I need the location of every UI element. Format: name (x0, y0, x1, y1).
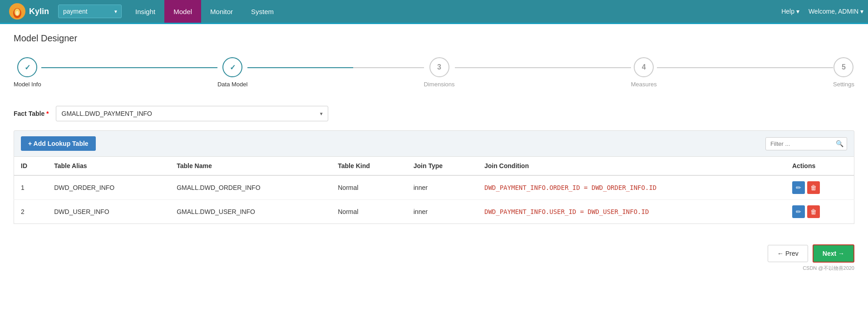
step-2-circle: ✓ (222, 57, 242, 77)
fact-table-select-wrapper: GMALL.DWD_PAYMENT_INFO (56, 106, 328, 121)
cell-id: 2 (14, 200, 48, 224)
cell-alias: DWD_USER_INFO (47, 200, 170, 224)
nav-insight[interactable]: Insight (126, 0, 164, 23)
fact-table-label: Fact Table * (14, 110, 49, 117)
col-id: ID (14, 157, 48, 175)
filter-input[interactable] (765, 137, 847, 150)
step-3: 3 Dimensions (424, 57, 455, 88)
col-name: Table Name (170, 157, 331, 175)
step-1-circle: ✓ (17, 57, 37, 77)
cell-table-name: GMALL.DWD_ORDER_INFO (170, 175, 331, 200)
delete-button[interactable]: 🗑 (807, 205, 820, 218)
table-body: 1 DWD_ORDER_INFO GMALL.DWD_ORDER_INFO No… (14, 175, 854, 224)
step-5-circle: 5 (833, 57, 853, 77)
add-lookup-button[interactable]: + Add Lookup Table (21, 136, 96, 151)
edit-button[interactable]: ✏ (792, 181, 805, 194)
col-join-condition: Join Condition (478, 157, 785, 175)
step-3-label: Dimensions (424, 81, 455, 88)
nav-system[interactable]: System (242, 0, 283, 23)
step-line-3 (455, 67, 631, 68)
step-4-label: Measures (631, 81, 657, 88)
step-line-4 (657, 67, 833, 68)
col-actions: Actions (785, 157, 854, 175)
project-selector[interactable]: payment (58, 5, 122, 18)
cell-kind: Normal (331, 175, 407, 200)
nav-model[interactable]: Model (164, 0, 201, 23)
search-icon: 🔍 (836, 140, 843, 147)
cell-actions: ✏ 🗑 (785, 200, 854, 224)
cell-join-type: inner (407, 175, 478, 200)
required-asterisk: * (46, 110, 49, 117)
footer-nav: ← Prev Next → (14, 238, 854, 263)
step-3-circle: 3 (429, 57, 449, 77)
brand-name: Kylin (29, 7, 49, 16)
nav-links: Insight Model Monitor System (126, 0, 283, 23)
prev-button[interactable]: ← Prev (768, 245, 808, 262)
svg-point-3 (16, 11, 19, 15)
cell-id: 1 (14, 175, 48, 200)
nav-monitor[interactable]: Monitor (201, 0, 242, 23)
step-line-1 (41, 67, 217, 68)
cell-join-condition: DWD_PAYMENT_INFO.USER_ID = DWD_USER_INFO… (478, 200, 785, 224)
col-alias: Table Alias (47, 157, 170, 175)
step-2-label: Data Model (217, 81, 247, 88)
table-row: 1 DWD_ORDER_INFO GMALL.DWD_ORDER_INFO No… (14, 175, 854, 200)
next-button[interactable]: Next → (813, 244, 854, 263)
welcome-label: Welcome, ADMIN ▾ (809, 8, 863, 15)
step-1-label: Model Info (14, 81, 41, 88)
cell-actions: ✏ 🗑 (785, 175, 854, 200)
cell-table-name: GMALL.DWD_USER_INFO (170, 200, 331, 224)
cell-alias: DWD_ORDER_INFO (47, 175, 170, 200)
cell-kind: Normal (331, 200, 407, 224)
lookup-table: ID Table Alias Table Name Table Kind Joi… (14, 157, 854, 224)
navbar-right: Help ▾ Welcome, ADMIN ▾ (781, 8, 863, 15)
kylin-logo (9, 3, 25, 20)
fact-table-row: Fact Table * GMALL.DWD_PAYMENT_INFO (14, 106, 854, 121)
delete-button[interactable]: 🗑 (807, 181, 820, 194)
filter-wrapper: 🔍 (765, 137, 847, 150)
cell-join-condition: DWD_PAYMENT_INFO.ORDER_ID = DWD_ORDER_IN… (478, 175, 785, 200)
lookup-toolbar: + Add Lookup Table 🔍 (14, 130, 854, 157)
page-title: Model Designer (14, 33, 854, 44)
col-kind: Table Kind (331, 157, 407, 175)
help-button[interactable]: Help ▾ (781, 8, 799, 15)
step-4: 4 Measures (631, 57, 657, 88)
watermark: CSDN @不以物喜2020 (14, 265, 854, 272)
step-1: ✓ Model Info (14, 57, 41, 88)
step-5-label: Settings (833, 81, 854, 88)
edit-button[interactable]: ✏ (792, 205, 805, 218)
project-select-input[interactable]: payment (58, 5, 122, 18)
stepper: ✓ Model Info ✓ Data Model 3 Dimensions 4… (14, 53, 854, 92)
step-2: ✓ Data Model (217, 57, 247, 88)
main-content: Model Designer ✓ Model Info ✓ Data Model… (0, 24, 868, 313)
table-row: 2 DWD_USER_INFO GMALL.DWD_USER_INFO Norm… (14, 200, 854, 224)
col-join-type: Join Type (407, 157, 478, 175)
step-line-2 (247, 67, 424, 68)
table-header-row: ID Table Alias Table Name Table Kind Joi… (14, 157, 854, 175)
navbar: Kylin payment Insight Model Monitor Syst… (0, 0, 868, 23)
cell-join-type: inner (407, 200, 478, 224)
fact-table-select[interactable]: GMALL.DWD_PAYMENT_INFO (56, 106, 328, 121)
step-4-circle: 4 (634, 57, 654, 77)
step-5: 5 Settings (833, 57, 854, 88)
brand: Kylin (5, 3, 54, 20)
